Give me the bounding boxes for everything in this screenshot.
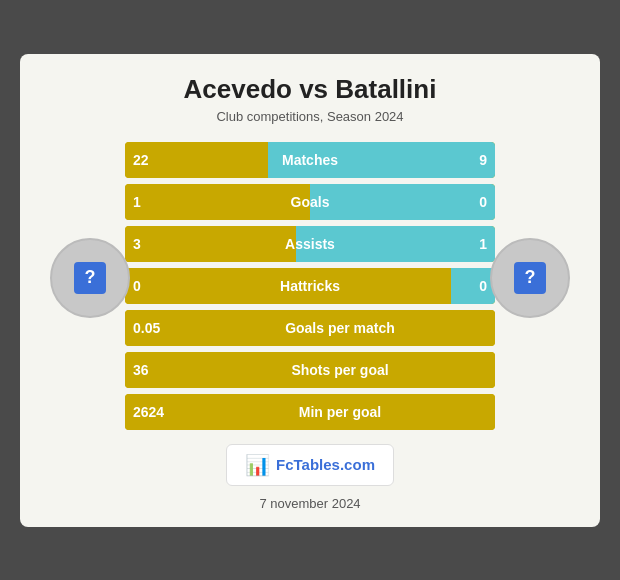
hattricks-right-val: 0 [451, 268, 495, 304]
stat-row-shots-per-goal: 36 Shots per goal [125, 352, 495, 388]
stats-card: Acevedo vs Batallini Club competitions, … [20, 54, 600, 527]
goals-left-val: 1 [125, 184, 169, 220]
goals-fill [310, 184, 451, 220]
stat-row-min-per-goal: 2624 Min per goal [125, 394, 495, 430]
left-avatar-placeholder: ? [74, 262, 106, 294]
stats-wrapper: ? 22 Matches 9 1 Goals 0 [40, 142, 580, 430]
min-per-goal-val: 2624 [125, 394, 185, 430]
hattricks-left-val: 0 [125, 268, 169, 304]
match-title: Acevedo vs Batallini [40, 74, 580, 105]
match-date: 7 november 2024 [40, 496, 580, 511]
assists-label: Assists [285, 236, 335, 252]
stats-inner: 22 Matches 9 1 Goals 0 3 Assis [125, 142, 495, 430]
stat-row-matches: 22 Matches 9 [125, 142, 495, 178]
assists-right-val: 1 [451, 226, 495, 262]
right-avatar-placeholder: ? [514, 262, 546, 294]
logo-dot-com: .com [340, 456, 375, 473]
goals-per-match-val: 0.05 [125, 310, 185, 346]
logo-icon: 📊 [245, 453, 270, 477]
hattricks-label: Hattricks [280, 278, 340, 294]
logo-box: 📊 FcTables.com [226, 444, 394, 486]
match-subtitle: Club competitions, Season 2024 [40, 109, 580, 124]
goals-label: Goals [291, 194, 330, 210]
goals-label-section: Goals [169, 184, 451, 220]
logo-section: 📊 FcTables.com [40, 444, 580, 486]
logo-tables: Tables [294, 456, 340, 473]
matches-right-val: 9 [451, 142, 495, 178]
assists-left-val: 3 [125, 226, 169, 262]
goals-right-val: 0 [451, 184, 495, 220]
stat-row-goals: 1 Goals 0 [125, 184, 495, 220]
stat-row-assists: 3 Assists 1 [125, 226, 495, 262]
left-avatar: ? [50, 238, 130, 318]
min-per-goal-label: Min per goal [185, 394, 495, 430]
goals-per-match-label: Goals per match [185, 310, 495, 346]
shots-per-goal-val: 36 [125, 352, 185, 388]
hattricks-label-section: Hattricks [169, 268, 451, 304]
assists-label-section: Assists [169, 226, 451, 262]
matches-label-section: Matches [169, 142, 451, 178]
logo-fc: Fc [276, 456, 294, 473]
matches-label: Matches [282, 152, 338, 168]
shots-per-goal-label: Shots per goal [185, 352, 495, 388]
stat-row-hattricks: 0 Hattricks 0 [125, 268, 495, 304]
right-avatar: ? [490, 238, 570, 318]
matches-left-val: 22 [125, 142, 169, 178]
stat-row-goals-per-match: 0.05 Goals per match [125, 310, 495, 346]
logo-text: FcTables.com [276, 456, 375, 473]
